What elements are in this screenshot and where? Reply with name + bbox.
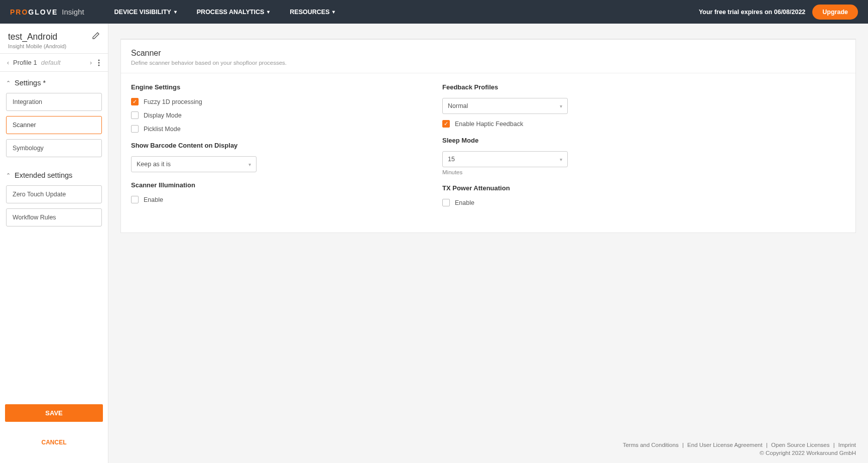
feedback-profile-select[interactable]: Normal ▾ [442,98,568,114]
nav-process-analytics[interactable]: PROCESS ANALYTICS ▾ [197,9,270,16]
checkbox-label: Fuzzy 1D processing [144,98,202,105]
tx-power-heading: TX Power Attenuation [442,184,723,192]
svg-point-0 [98,59,100,61]
show-barcode-select[interactable]: Keep as it is ▾ [131,156,257,172]
footer: Terms and Conditions | End User License … [108,433,868,463]
chevron-down-icon: ▾ [332,9,335,15]
sleep-mode-hint: Minutes [442,169,723,175]
checkbox-label: Enable [455,199,474,206]
checkbox-label: Picklist Mode [144,126,181,133]
svg-point-1 [98,62,100,63]
settings-heading-label: Settings * [15,79,46,87]
sidebar-extended-section: ⌃ Extended settings Zero Touch Update Wo… [0,164,108,234]
config-title: test_Android [8,32,66,42]
feedback-profiles-heading: Feedback Profiles [442,83,723,91]
chevron-down-icon: ▾ [560,103,562,109]
footer-separator: | [833,442,835,448]
footer-terms-link[interactable]: Terms and Conditions [623,442,678,448]
top-bar: PROGLOVE Insight DEVICE VISIBILITY ▾ PRO… [0,0,868,24]
scanner-panel: Scanner Define scanner behavior based on… [120,39,856,233]
sidebar-settings-section: ⌃ Settings * Integration Scanner Symbolo… [0,72,108,164]
svg-point-2 [98,64,100,66]
footer-copyright: © Copyright 2022 Workaround GmbH [108,450,856,456]
sidebar-header: test_Android Insight Mobile (Android) [0,24,108,53]
top-nav: DEVICE VISIBILITY ▾ PROCESS ANALYTICS ▾ … [114,9,699,16]
main: Scanner Define scanner behavior based on… [108,24,868,463]
footer-oss-link[interactable]: Open Source Licenses [771,442,829,448]
sidebar-item-integration[interactable]: Integration [6,93,102,111]
save-button[interactable]: SAVE [5,404,103,422]
content: test_Android Insight Mobile (Android) ‹ … [0,24,868,463]
settings-heading[interactable]: ⌃ Settings * [6,79,102,87]
sidebar-item-scanner[interactable]: Scanner [6,116,102,134]
profile-tag: default [41,59,61,66]
checkbox-label: Enable [144,196,163,203]
chevron-down-icon: ▾ [249,162,251,167]
chevron-left-icon[interactable]: ‹ [7,59,9,66]
sidebar-item-workflow[interactable]: Workflow Rules [6,208,102,226]
sleep-mode-select[interactable]: 15 ▾ [442,151,568,167]
checkbox-label: Enable Haptic Feedback [455,121,523,128]
more-icon[interactable] [97,59,101,66]
sleep-mode-heading: Sleep Mode [442,137,723,144]
profile-name: Profile 1 [13,59,37,66]
tx-enable-row[interactable]: Enable [442,199,723,206]
logo-product: Insight [62,8,84,16]
panel-description: Define scanner behavior based on your sh… [131,60,845,66]
sidebar: test_Android Insight Mobile (Android) ‹ … [0,24,108,463]
sidebar-item-zero-touch[interactable]: Zero Touch Update [6,185,102,203]
fuzzy-1d-checkbox-row[interactable]: Fuzzy 1D processing [131,98,412,105]
display-mode-checkbox-row[interactable]: Display Mode [131,111,412,119]
checkbox-checked-icon[interactable] [442,120,450,128]
chevron-down-icon: ▾ [174,9,177,15]
panel-title: Scanner [131,49,845,58]
logo-glove: GLOVE [28,8,58,16]
checkbox-icon[interactable] [131,125,139,133]
sidebar-item-symbology[interactable]: Symbology [6,139,102,157]
edit-icon[interactable] [92,32,100,40]
upgrade-button[interactable]: Upgrade [812,5,858,20]
footer-eula-link[interactable]: End User License Agreement [687,442,763,448]
chevron-down-icon: ▾ [560,157,562,162]
extended-heading-label: Extended settings [15,171,72,179]
chevron-right-icon[interactable]: › [90,59,92,66]
extended-heading[interactable]: ⌃ Extended settings [6,171,102,179]
chevron-down-icon: ▾ [267,9,270,15]
nav-device-visibility[interactable]: DEVICE VISIBILITY ▾ [114,9,177,16]
chevron-up-icon: ⌃ [6,172,11,179]
checkbox-icon[interactable] [131,196,139,203]
logo[interactable]: PROGLOVE Insight [10,8,84,17]
cancel-button[interactable]: CANCEL [5,432,103,453]
chevron-up-icon: ⌃ [6,80,11,86]
panel-header: Scanner Define scanner behavior based on… [121,40,855,73]
select-value: Normal [448,102,468,109]
left-column: Engine Settings Fuzzy 1D processing Disp… [131,83,412,212]
nav-label: PROCESS ANALYTICS [197,9,265,16]
panel-body: Engine Settings Fuzzy 1D processing Disp… [121,73,855,233]
illumination-enable-row[interactable]: Enable [131,196,412,203]
footer-imprint-link[interactable]: Imprint [838,442,856,448]
haptic-feedback-row[interactable]: Enable Haptic Feedback [442,120,723,128]
nav-resources[interactable]: RESOURCES ▾ [290,9,335,16]
trial-expiry-text: Your free trial expires on 06/08/2022 [699,9,805,16]
show-barcode-heading: Show Barcode Content on Display [131,142,412,149]
right-column: Feedback Profiles Normal ▾ Enable Haptic… [442,83,723,212]
checkbox-icon[interactable] [442,199,450,206]
checkbox-label: Display Mode [144,112,182,119]
checkbox-checked-icon[interactable] [131,98,139,105]
select-value: 15 [448,156,455,163]
profile-selector[interactable]: ‹ Profile 1 default › [0,53,108,72]
picklist-mode-checkbox-row[interactable]: Picklist Mode [131,125,412,133]
nav-label: DEVICE VISIBILITY [114,9,171,16]
footer-separator: | [682,442,684,448]
engine-settings-heading: Engine Settings [131,83,412,91]
illumination-heading: Scanner Illumination [131,181,412,189]
config-subtitle: Insight Mobile (Android) [8,43,66,49]
checkbox-icon[interactable] [131,111,139,119]
nav-label: RESOURCES [290,9,329,16]
select-value: Keep as it is [137,161,171,168]
logo-pro: PRO [10,8,28,16]
sidebar-actions: SAVE CANCEL [0,379,108,463]
footer-separator: | [766,442,768,448]
